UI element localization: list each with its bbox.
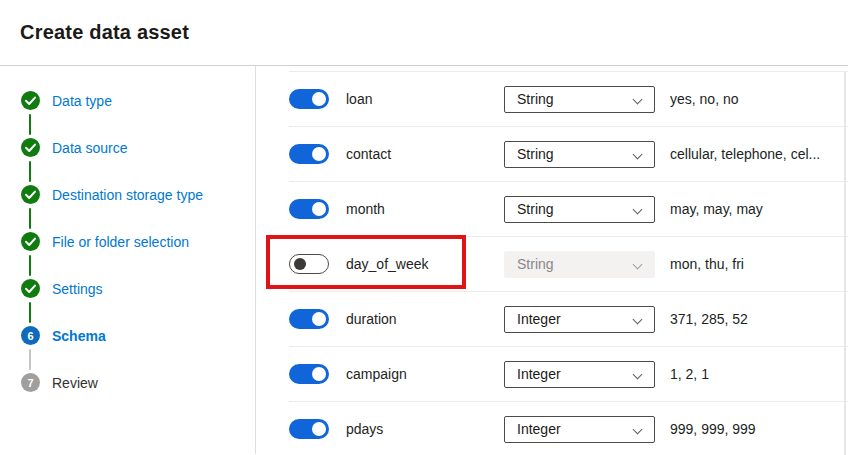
column-type-value: Integer [517,311,561,327]
step-label: Data type [52,93,112,109]
sidebar-item-schema[interactable]: 6 Schema [21,326,255,345]
chevron-down-icon [633,94,643,104]
step-label: Schema [52,328,106,344]
sample-values: mon, thu, fri [670,256,744,272]
chevron-down-icon [633,424,643,434]
body: Data type Data source [0,66,848,454]
check-circle-icon [21,232,40,251]
create-data-asset-wizard: Create data asset Data type [0,0,848,455]
step-connector [29,302,31,323]
column-type-value: Integer [517,366,561,382]
column-name: loan [346,91,504,107]
step-connector [29,255,31,276]
include-column-toggle[interactable] [289,144,329,164]
schema-panel: loan String yes, no, no contact String c… [256,66,848,454]
toggle-knob [312,367,326,381]
column-type-value: String [517,146,554,162]
check-circle-icon [21,185,40,204]
scrollbar-track[interactable] [844,72,846,455]
step-label: Destination storage type [52,187,203,203]
schema-row: month String may, may, may [289,181,848,236]
sample-values: cellular, telephone, cel... [670,146,820,162]
step-label: File or folder selection [52,234,189,250]
column-name: day_of_week [346,256,504,272]
schema-row: contact String cellular, telephone, cel.… [289,126,848,181]
sidebar-item-data-source[interactable]: Data source [21,138,255,157]
column-type-dropdown: String [504,251,655,278]
step-number-badge: 7 [21,373,40,392]
schema-row: campaign Integer 1, 2, 1 [289,346,848,401]
schema-row: duration Integer 371, 285, 52 [289,291,848,346]
check-circle-icon [21,279,40,298]
chevron-down-icon [633,369,643,379]
include-column-toggle[interactable] [289,89,329,109]
step-connector [29,161,31,182]
include-column-toggle[interactable] [289,199,329,219]
step-label: Settings [52,281,103,297]
sample-values: yes, no, no [670,91,739,107]
check-circle-icon [21,91,40,110]
column-name: duration [346,311,504,327]
column-type-dropdown[interactable]: Integer [504,361,655,388]
sidebar-item-settings[interactable]: Settings [21,279,255,298]
step-label: Data source [52,140,127,156]
wizard-steps-nav: Data type Data source [0,66,256,454]
column-type-dropdown[interactable]: String [504,196,655,223]
column-type-dropdown[interactable]: String [504,141,655,168]
column-name: contact [346,146,504,162]
chevron-down-icon [633,314,643,324]
include-column-toggle[interactable] [289,309,329,329]
check-circle-icon [21,138,40,157]
include-column-toggle[interactable] [289,419,329,439]
schema-row: pdays Integer 999, 999, 999 [289,401,848,455]
step-connector [29,208,31,229]
toggle-knob [312,147,326,161]
chevron-down-icon [633,259,643,269]
schema-row: loan String yes, no, no [289,71,848,126]
sidebar-item-destination-storage-type[interactable]: Destination storage type [21,185,255,204]
column-name: pdays [346,421,504,437]
sample-values: 999, 999, 999 [670,421,756,437]
column-type-dropdown[interactable]: String [504,86,655,113]
column-type-value: String [517,91,554,107]
toggle-knob [294,258,306,270]
sample-values: 371, 285, 52 [670,311,748,327]
chevron-down-icon [633,149,643,159]
chevron-down-icon [633,204,643,214]
step-connector [29,114,31,135]
sidebar-item-data-type[interactable]: Data type [21,91,255,110]
sample-values: 1, 2, 1 [670,366,709,382]
column-type-value: String [517,201,554,217]
toggle-knob [312,92,326,106]
toggle-knob [312,422,326,436]
toggle-knob [312,202,326,216]
step-connector [29,349,31,370]
column-type-dropdown[interactable]: Integer [504,416,655,443]
toggle-knob [312,312,326,326]
column-type-dropdown[interactable]: Integer [504,306,655,333]
page-title: Create data asset [20,21,189,44]
header: Create data asset [0,0,848,66]
schema-row: day_of_week String mon, thu, fri [289,236,848,291]
sidebar-item-file-or-folder-selection[interactable]: File or folder selection [21,232,255,251]
include-column-toggle[interactable] [289,364,329,384]
include-column-toggle[interactable] [289,254,329,274]
column-type-value: Integer [517,421,561,437]
column-name: month [346,201,504,217]
column-name: campaign [346,366,504,382]
step-number-badge: 6 [21,326,40,345]
column-type-value: String [517,256,554,272]
sample-values: may, may, may [670,201,763,217]
sidebar-item-review: 7 Review [21,373,255,392]
step-label: Review [52,375,98,391]
